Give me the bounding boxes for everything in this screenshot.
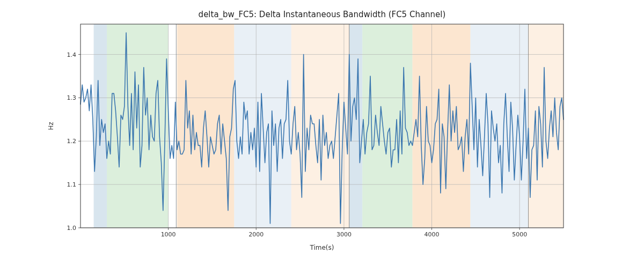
ytick-label: 1.0	[67, 225, 77, 232]
xtick-label: 4000	[425, 231, 440, 238]
ytick-label: 1.2	[67, 138, 77, 145]
region-band	[349, 24, 363, 228]
region-band	[177, 24, 234, 228]
xtick-label: 2000	[248, 231, 264, 238]
ytick-label: 1.4	[67, 51, 77, 58]
ytick-label: 1.3	[67, 94, 77, 101]
xtick-label: 3000	[336, 231, 352, 238]
y-axis-label: Hz	[47, 122, 55, 130]
region-band	[291, 24, 349, 228]
chart-svg: 1.01.11.21.31.410002000300040005000	[80, 24, 564, 228]
x-axis-label: Time(s)	[80, 244, 564, 251]
chart-title: delta_bw_FC5: Delta Instantaneous Bandwi…	[0, 10, 644, 19]
ytick-label: 1.1	[67, 181, 77, 188]
axes: 1.01.11.21.31.410002000300040005000	[80, 24, 564, 228]
xtick-label: 5000	[512, 231, 527, 238]
figure: delta_bw_FC5: Delta Instantaneous Bandwi…	[0, 0, 644, 268]
xtick-label: 1000	[161, 231, 176, 238]
